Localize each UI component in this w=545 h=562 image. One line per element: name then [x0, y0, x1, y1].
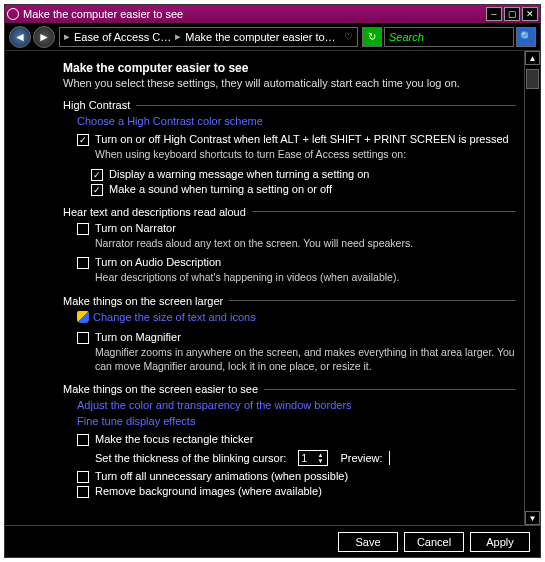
search-button[interactable]: 🔍 — [516, 27, 536, 47]
description: Hear descriptions of what's happening in… — [95, 271, 516, 285]
spin-down[interactable]: ▼ — [315, 458, 325, 464]
checkbox-audio-description[interactable] — [77, 257, 89, 269]
breadcrumb[interactable]: Ease of Access C… — [74, 31, 171, 43]
back-button[interactable]: ◄ — [9, 26, 31, 48]
checkbox-magnifier[interactable] — [77, 332, 89, 344]
checkbox-label: Display a warning message when turning a… — [109, 168, 369, 180]
checkbox-warning[interactable] — [91, 169, 103, 181]
checkbox-bg-images[interactable] — [77, 486, 89, 498]
checkbox-label: Make a sound when turning a setting on o… — [109, 183, 332, 195]
checkbox-label: Make the focus rectangle thicker — [95, 433, 253, 445]
checkbox-label: Turn on Audio Description — [95, 256, 221, 268]
checkbox-label: Turn on Narrator — [95, 222, 176, 234]
checkbox-narrator[interactable] — [77, 223, 89, 235]
group-hear: Hear text and descriptions read aloud Tu… — [63, 206, 516, 285]
refresh-button[interactable]: ↻ — [362, 27, 382, 47]
forward-button[interactable]: ► — [33, 26, 55, 48]
link-text-size[interactable]: Change the size of text and icons — [93, 311, 256, 323]
preview-label: Preview: — [340, 452, 382, 464]
favorite-icon[interactable]: ♡ — [344, 31, 353, 42]
checkbox-label: Turn on Magnifier — [95, 331, 181, 343]
footer: Save Cancel Apply — [5, 525, 540, 557]
navbar: ◄ ► ▸ Ease of Access C… ▸ Make the compu… — [5, 23, 540, 51]
apply-button[interactable]: Apply — [470, 532, 530, 552]
cancel-button[interactable]: Cancel — [404, 532, 464, 552]
window: Make the computer easier to see – ▢ ✕ ◄ … — [4, 4, 541, 558]
breadcrumb[interactable]: Make the computer easier to… — [185, 31, 335, 43]
link-choose-contrast[interactable]: Choose a High Contrast color scheme — [77, 115, 263, 127]
scroll-thumb[interactable] — [526, 69, 539, 89]
save-button[interactable]: Save — [338, 532, 398, 552]
page-subtitle: When you select these settings, they wil… — [63, 77, 516, 89]
search-input[interactable]: Search — [384, 27, 514, 47]
shield-icon — [77, 311, 89, 323]
text: When using keyboard shortcuts to turn Ea… — [95, 148, 516, 162]
checkbox-animations[interactable] — [77, 471, 89, 483]
content: Make the computer easier to see When you… — [5, 51, 524, 525]
checkbox-hc-toggle[interactable] — [77, 134, 89, 146]
group-high-contrast: High Contrast Choose a High Contrast col… — [63, 99, 516, 196]
checkbox-label: Turn on or off High Contrast when left A… — [95, 133, 509, 145]
link-display-effects[interactable]: Fine tune display effects — [77, 415, 195, 427]
description: Narrator reads aloud any text on the scr… — [95, 237, 516, 251]
scroll-up-button[interactable]: ▲ — [525, 51, 540, 65]
group-title: High Contrast — [63, 99, 130, 111]
description: Magnifier zooms in anywhere on the scree… — [95, 346, 516, 373]
cursor-thickness-input[interactable]: 1 ▲▼ — [298, 450, 328, 466]
titlebar: Make the computer easier to see – ▢ ✕ — [5, 5, 540, 23]
minimize-button[interactable]: – — [486, 7, 502, 21]
checkbox-sound[interactable] — [91, 184, 103, 196]
close-button[interactable]: ✕ — [522, 7, 538, 21]
page-title: Make the computer easier to see — [63, 61, 516, 75]
group-title: Hear text and descriptions read aloud — [63, 206, 246, 218]
checkbox-label: Remove background images (where availabl… — [95, 485, 322, 497]
group-larger: Make things on the screen larger Change … — [63, 295, 516, 373]
app-icon — [7, 8, 19, 20]
scroll-down-button[interactable]: ▼ — [525, 511, 540, 525]
cursor-preview — [389, 451, 390, 465]
maximize-button[interactable]: ▢ — [504, 7, 520, 21]
group-title: Make things on the screen larger — [63, 295, 223, 307]
address-bar[interactable]: ▸ Ease of Access C… ▸ Make the computer … — [59, 27, 358, 47]
link-window-borders[interactable]: Adjust the color and transparency of the… — [77, 399, 352, 411]
window-title: Make the computer easier to see — [23, 8, 486, 20]
checkbox-focus-rect[interactable] — [77, 434, 89, 446]
group-easier: Make things on the screen easier to see … — [63, 383, 516, 498]
checkbox-label: Turn off all unnecessary animations (whe… — [95, 470, 348, 482]
cursor-label: Set the thickness of the blinking cursor… — [95, 452, 286, 464]
scrollbar[interactable]: ▲ ▼ — [524, 51, 540, 525]
group-title: Make things on the screen easier to see — [63, 383, 258, 395]
